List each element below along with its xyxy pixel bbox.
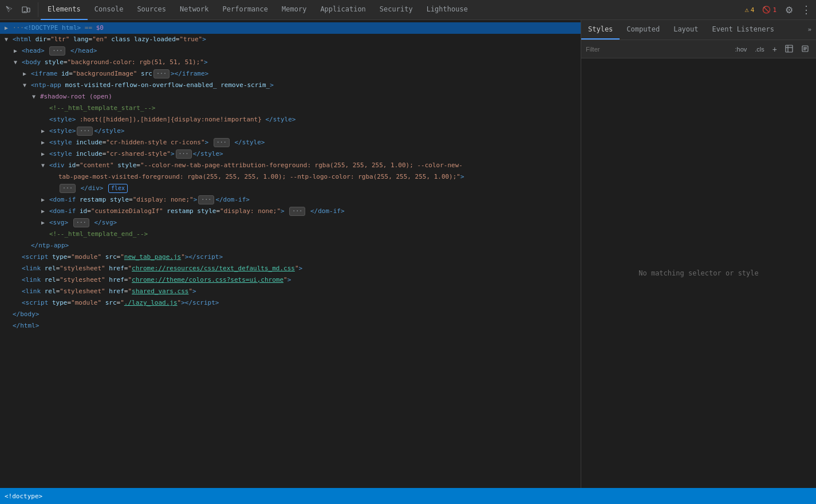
dom-line[interactable]: ▼<ntp-app most-visited-reflow-on-overflo… — [0, 80, 581, 91]
dom-line-content: <style include="cr-shared-style">···</st… — [49, 149, 223, 159]
warning-count: 4 — [751, 6, 755, 14]
dom-line[interactable]: ▼<html dir="ltr" lang="en" class lazy-lo… — [0, 34, 581, 45]
dom-expand-icon[interactable]: ▶ — [23, 69, 31, 79]
dom-line[interactable]: ▶<style>···</style> — [0, 125, 581, 137]
dom-line[interactable]: ▼<body style="background-color: rgb(51, … — [0, 57, 581, 68]
dom-line-content: tab-page-most-visited-foreground: rgba(2… — [58, 172, 464, 182]
nav-tabs: Elements Console Sources Network Perform… — [41, 0, 738, 20]
dom-line[interactable]: <link rel="stylesheet" href="chrome://th… — [0, 274, 581, 286]
dom-expand-icon[interactable]: ▼ — [14, 57, 22, 68]
styles-filter-input[interactable] — [586, 46, 730, 53]
dom-expand-icon[interactable]: ▶ — [41, 206, 49, 216]
tab-lighthouse[interactable]: Lighthouse — [420, 0, 475, 20]
elements-panel: ▶···<!DOCTYPE html> == $0▼<html dir="ltr… — [0, 20, 581, 488]
tab-security[interactable]: Security — [373, 0, 420, 20]
dom-line-content: <script type="module" src="new_tab_page.… — [22, 252, 223, 262]
dom-line[interactable]: ▶<dom-if restamp style="display: none;">… — [0, 194, 581, 206]
dom-line-content: <dom-if id="customizeDialogIf" restamp s… — [49, 206, 345, 216]
dom-expand-icon[interactable]: ▼ — [41, 160, 49, 171]
dom-line-content: #shadow-root (open) — [40, 92, 112, 102]
dom-line[interactable]: <link rel="stylesheet" href="chrome://re… — [0, 263, 581, 274]
dom-line[interactable]: ··· </div> flex — [0, 183, 581, 194]
dom-line-content: <div id="content" style="--color-new-tab… — [49, 160, 463, 171]
dom-line[interactable]: ▶<head> ··· </head> — [0, 45, 581, 57]
dom-line[interactable]: ▼<div id="content" style="--color-new-ta… — [0, 160, 581, 171]
dom-line-content: </body> — [13, 309, 39, 320]
main-content: ▶···<!DOCTYPE html> == $0▼<html dir="ltr… — [0, 20, 816, 488]
dom-line[interactable]: </html> — [0, 320, 581, 332]
dom-line-content: <style>···</style> — [49, 126, 124, 136]
dom-line-content: <iframe id="backgroundImage" src···></if… — [31, 69, 208, 79]
error-badge[interactable]: 🚫 1 — [759, 5, 779, 15]
dom-line[interactable]: </body> — [0, 309, 581, 320]
svg-rect-1 — [27, 8, 30, 12]
status-bar: <!doctype> — [0, 488, 816, 504]
dom-line-content: <html dir="ltr" lang="en" class lazy-loa… — [13, 34, 206, 45]
settings-icon[interactable]: ⚙ — [782, 2, 797, 17]
tab-memory[interactable]: Memory — [275, 0, 313, 20]
more-options-icon[interactable]: ⋮ — [799, 2, 814, 17]
dom-line[interactable]: ▶<svg> ··· </svg> — [0, 217, 581, 229]
dom-line-content: <dom-if restamp style="display: none;">·… — [49, 195, 250, 205]
dom-expand-icon[interactable]: ▶ — [41, 218, 49, 228]
hov-filter-button[interactable]: :hov — [733, 45, 750, 54]
status-breadcrumb: <!doctype> — [5, 493, 42, 500]
dom-line[interactable]: <!--_html_template_start_--> — [0, 103, 581, 114]
more-tabs-icon[interactable]: » — [803, 19, 816, 40]
tab-performance[interactable]: Performance — [216, 0, 275, 20]
svg-rect-3 — [786, 45, 793, 52]
tab-styles[interactable]: Styles — [581, 19, 620, 40]
select-element-icon[interactable] — [2, 2, 17, 17]
dom-expand-icon[interactable]: ▼ — [5, 34, 13, 45]
cls-filter-button[interactable]: .cls — [752, 45, 767, 54]
dom-line[interactable]: <script type="module" src="./lazy_load.j… — [0, 297, 581, 309]
dom-expand-icon[interactable]: ▼ — [23, 80, 31, 90]
tab-event-listeners[interactable]: Event Listeners — [705, 19, 781, 40]
dom-expand-icon[interactable]: ▶ — [41, 149, 49, 159]
dom-tree: ▶···<!DOCTYPE html> == $0▼<html dir="ltr… — [0, 22, 581, 332]
dom-expand-icon[interactable]: ▶ — [41, 126, 49, 136]
toolbar-right: ⚠ 4 🚫 1 ⚙ ⋮ — [738, 2, 814, 17]
dom-line[interactable]: <!--_html_template_end_--> — [0, 229, 581, 240]
dom-line[interactable]: ▶<style include="cr-hidden-style cr-icon… — [0, 137, 581, 148]
dom-expand-icon[interactable]: ▶ — [5, 23, 13, 33]
dom-line[interactable]: </ntp-app> — [0, 240, 581, 251]
dom-line[interactable]: <style> :host([hidden]),[hidden]{display… — [0, 114, 581, 125]
tab-computed[interactable]: Computed — [620, 19, 667, 40]
dom-line-content: <link rel="stylesheet" href="shared_vars… — [22, 286, 196, 297]
dom-line-content: </html> — [13, 321, 39, 331]
tab-application[interactable]: Application — [313, 0, 372, 20]
styles-no-match: No matching selector or style — [581, 58, 816, 488]
dom-line[interactable]: tab-page-most-visited-foreground: rgba(2… — [0, 171, 581, 183]
dom-line[interactable]: <link rel="stylesheet" href="shared_vars… — [0, 286, 581, 297]
dom-line-content: <link rel="stylesheet" href="chrome://th… — [22, 275, 291, 285]
inspect-styles-icon[interactable] — [783, 44, 795, 55]
dom-expand-icon[interactable]: ▶ — [41, 137, 49, 148]
tab-console[interactable]: Console — [88, 0, 131, 20]
styles-filter-bar: :hov .cls + — [581, 40, 816, 58]
tab-sources[interactable]: Sources — [130, 0, 173, 20]
right-panel: Styles Computed Layout Event Listeners »… — [581, 20, 816, 488]
warning-badge[interactable]: ⚠ 4 — [742, 5, 758, 15]
device-toolbar-icon[interactable] — [18, 2, 33, 17]
dom-line-content: <ntp-app most-visited-reflow-on-overflow… — [31, 80, 274, 90]
dom-line-content: ··· </div> flex — [58, 183, 129, 194]
dom-line[interactable]: ▶<iframe id="backgroundImage" src···></i… — [0, 68, 581, 80]
tab-elements[interactable]: Elements — [41, 0, 88, 20]
devtools-toolbar: Elements Console Sources Network Perform… — [0, 0, 816, 20]
new-style-rule-icon[interactable]: + — [770, 44, 779, 55]
dom-line[interactable]: ▶<style include="cr-shared-style">···</s… — [0, 148, 581, 160]
dom-expand-icon[interactable]: ▶ — [41, 195, 49, 205]
dom-expand-icon[interactable]: ▶ — [14, 46, 22, 56]
warning-icon: ⚠ — [745, 6, 749, 14]
tab-layout[interactable]: Layout — [667, 19, 705, 40]
dom-line[interactable]: ▼#shadow-root (open) — [0, 91, 581, 103]
tab-network[interactable]: Network — [173, 0, 216, 20]
dom-expand-icon[interactable]: ▼ — [32, 92, 40, 102]
dom-line[interactable]: <script type="module" src="new_tab_page.… — [0, 251, 581, 263]
dom-line-content: <style include="cr-hidden-style cr-icons… — [49, 137, 265, 148]
dom-line[interactable]: ▶···<!DOCTYPE html> == $0 — [0, 22, 581, 34]
dom-line-content: <link rel="stylesheet" href="chrome://re… — [22, 263, 302, 274]
dom-line[interactable]: ▶<dom-if id="customizeDialogIf" restamp … — [0, 206, 581, 217]
toggle-print-mode-icon[interactable] — [799, 44, 811, 55]
